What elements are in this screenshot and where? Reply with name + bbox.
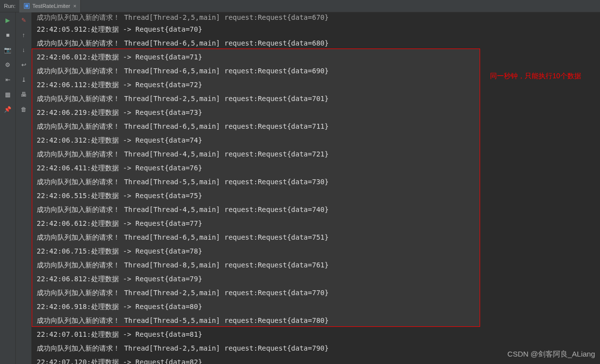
- console-line: 22:42:07.011:处理数据 -> Request{data=81}: [32, 327, 600, 341]
- play-icon[interactable]: ▶: [4, 16, 12, 24]
- settings-icon[interactable]: ⚙: [4, 61, 12, 69]
- camera-icon[interactable]: 📷: [4, 46, 12, 54]
- console-line: 成功向队列加入新的请求！ Thread[Thread-2,5,main] req…: [32, 341, 600, 355]
- wrap-icon[interactable]: ↩: [20, 61, 28, 69]
- scroll-icon[interactable]: ⤓: [20, 76, 28, 84]
- trash-icon[interactable]: 🗑: [20, 105, 28, 113]
- run-config-tab[interactable]: TestRateLimiter ×: [19, 0, 81, 12]
- print-icon[interactable]: 🖶: [20, 91, 28, 99]
- close-icon[interactable]: ×: [73, 3, 76, 9]
- svg-rect-1: [25, 4, 28, 7]
- layout-icon[interactable]: ▦: [4, 91, 12, 99]
- right-toolbar: ✎↑↓↩⤓🖶🗑: [16, 12, 32, 364]
- run-tool-header: Run: TestRateLimiter ×: [0, 0, 600, 12]
- highlight-shade: [32, 49, 480, 327]
- pin-icon[interactable]: 📌: [4, 105, 12, 113]
- run-label: Run:: [0, 3, 19, 9]
- pencil-icon[interactable]: ✎: [20, 16, 28, 24]
- down-icon[interactable]: ↓: [20, 46, 28, 54]
- console-line: 成功向队列加入新的请求！ Thread[Thread-6,5,main] req…: [32, 36, 600, 50]
- console-line: 成功向队列加入新的请求！ Thread[Thread-2,5,main] req…: [32, 12, 600, 22]
- console-line: 22:42:07.120:处理数据 -> Request{data=82}: [32, 355, 600, 364]
- left-toolbar: ▶■📷⚙⇤▦📌: [0, 12, 16, 364]
- app-icon: [23, 2, 30, 9]
- console-line: 22:42:05.912:处理数据 -> Request{data=70}: [32, 22, 600, 36]
- stop-icon[interactable]: ■: [4, 31, 12, 39]
- console-output[interactable]: 成功向队列加入新的请求！ Thread[Thread-2,5,main] req…: [32, 12, 600, 364]
- tab-title: TestRateLimiter: [32, 3, 70, 9]
- main-area: ▶■📷⚙⇤▦📌 ✎↑↓↩⤓🖶🗑 成功向队列加入新的请求！ Thread[Thre…: [0, 12, 600, 364]
- up-icon[interactable]: ↑: [20, 31, 28, 39]
- exit-icon[interactable]: ⇤: [4, 76, 12, 84]
- annotation-text: 同一秒钟，只能执行10个数据: [490, 72, 581, 81]
